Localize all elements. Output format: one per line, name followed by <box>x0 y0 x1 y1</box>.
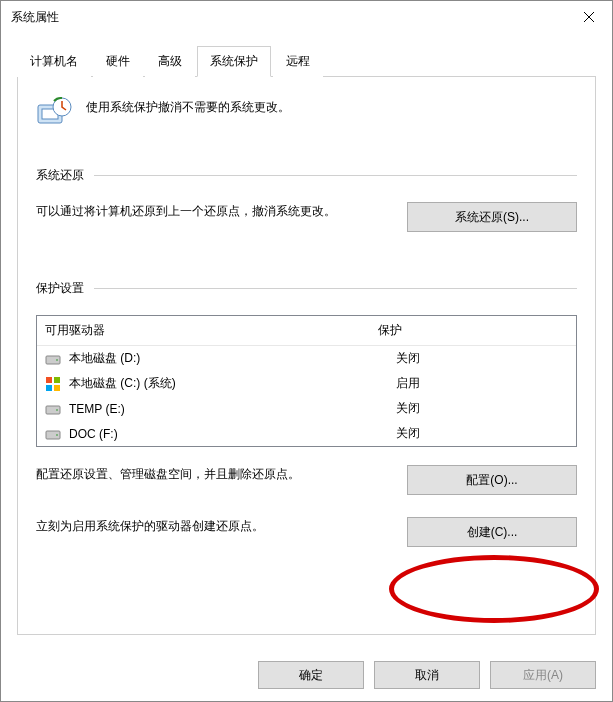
tab-hardware[interactable]: 硬件 <box>93 46 143 77</box>
titlebar: 系统属性 <box>1 1 612 33</box>
configure-description: 配置还原设置、管理磁盘空间，并且删除还原点。 <box>36 465 389 484</box>
drive-row[interactable]: 本地磁盘 (D:)关闭 <box>37 346 576 371</box>
drive-list-rows[interactable]: 本地磁盘 (D:)关闭本地磁盘 (C:) (系统)启用TEMP (E:)关闭DO… <box>37 346 576 446</box>
intro-text: 使用系统保护撤消不需要的系统更改。 <box>86 95 290 116</box>
section-protection-settings: 保护设置 <box>36 280 577 297</box>
intro-row: 使用系统保护撤消不需要的系统更改。 <box>36 95 577 131</box>
drive-name: TEMP (E:) <box>69 402 388 416</box>
dialog-body: 计算机名 硬件 高级 系统保护 远程 使用系统保护撤消不需要的系统更改。 系统还… <box>1 33 612 649</box>
configure-row: 配置还原设置、管理磁盘空间，并且删除还原点。 配置(O)... <box>36 465 577 495</box>
tab-system-protection[interactable]: 系统保护 <box>197 46 271 77</box>
drive-name: DOC (F:) <box>69 427 388 441</box>
cancel-button[interactable]: 取消 <box>374 661 480 689</box>
svg-point-10 <box>56 409 58 411</box>
drive-name: 本地磁盘 (D:) <box>69 350 388 367</box>
close-button[interactable] <box>566 1 612 33</box>
drive-row[interactable]: 本地磁盘 (C:) (系统)启用 <box>37 371 576 396</box>
tab-advanced[interactable]: 高级 <box>145 46 195 77</box>
hdd-icon <box>45 426 61 442</box>
system-properties-window: 系统属性 计算机名 硬件 高级 系统保护 远程 使 <box>0 0 613 702</box>
drive-row[interactable]: DOC (F:)关闭 <box>37 421 576 446</box>
svg-rect-6 <box>54 377 60 383</box>
restore-description: 可以通过将计算机还原到上一个还原点，撤消系统更改。 <box>36 202 389 221</box>
hdd-icon <box>45 351 61 367</box>
svg-rect-5 <box>46 377 52 383</box>
create-description: 立刻为启用系统保护的驱动器创建还原点。 <box>36 517 389 536</box>
hdd-icon <box>45 401 61 417</box>
drive-list: 可用驱动器 保护 本地磁盘 (D:)关闭本地磁盘 (C:) (系统)启用TEMP… <box>36 315 577 447</box>
system-protection-icon <box>36 95 72 131</box>
tab-computer-name[interactable]: 计算机名 <box>17 46 91 77</box>
drive-name: 本地磁盘 (C:) (系统) <box>69 375 388 392</box>
column-header-drive[interactable]: 可用驱动器 <box>45 322 378 339</box>
drive-protection-status: 关闭 <box>396 400 568 417</box>
svg-rect-7 <box>46 385 52 391</box>
drive-list-header: 可用驱动器 保护 <box>37 316 576 346</box>
windows-drive-icon <box>45 376 61 392</box>
column-header-protection[interactable]: 保护 <box>378 322 568 339</box>
tab-panel-system-protection: 使用系统保护撤消不需要的系统更改。 系统还原 可以通过将计算机还原到上一个还原点… <box>17 77 596 635</box>
drive-protection-status: 关闭 <box>396 425 568 442</box>
tab-strip: 计算机名 硬件 高级 系统保护 远程 <box>17 45 596 77</box>
window-title: 系统属性 <box>11 9 59 26</box>
apply-button[interactable]: 应用(A) <box>490 661 596 689</box>
configure-button[interactable]: 配置(O)... <box>407 465 577 495</box>
divider <box>94 175 577 176</box>
section-heading-label: 保护设置 <box>36 280 84 297</box>
divider <box>94 288 577 289</box>
dialog-footer: 确定 取消 应用(A) <box>1 649 612 701</box>
create-row: 立刻为启用系统保护的驱动器创建还原点。 创建(C)... <box>36 517 577 547</box>
drive-row[interactable]: TEMP (E:)关闭 <box>37 396 576 421</box>
create-restore-point-button[interactable]: 创建(C)... <box>407 517 577 547</box>
tab-remote[interactable]: 远程 <box>273 46 323 77</box>
drive-protection-status: 关闭 <box>396 350 568 367</box>
system-restore-button[interactable]: 系统还原(S)... <box>407 202 577 232</box>
svg-point-4 <box>56 359 58 361</box>
section-heading-label: 系统还原 <box>36 167 84 184</box>
ok-button[interactable]: 确定 <box>258 661 364 689</box>
restore-row: 可以通过将计算机还原到上一个还原点，撤消系统更改。 系统还原(S)... <box>36 202 577 232</box>
drive-protection-status: 启用 <box>396 375 568 392</box>
close-icon <box>584 12 594 22</box>
svg-point-12 <box>56 434 58 436</box>
section-system-restore: 系统还原 <box>36 167 577 184</box>
svg-rect-8 <box>54 385 60 391</box>
